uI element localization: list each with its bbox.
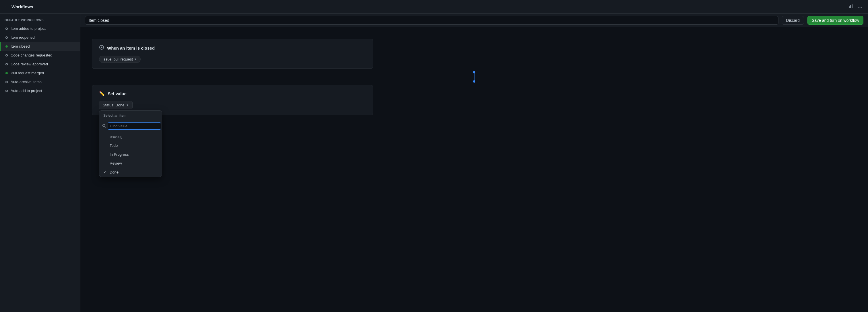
- more-options-button[interactable]: [857, 3, 863, 11]
- sidebar-label-code-review: Code review approved: [11, 62, 48, 66]
- dropdown-search-row: [99, 120, 162, 132]
- sidebar-dot-item-reopened: [5, 36, 8, 39]
- sidebar-item-auto-add[interactable]: Auto-add to project: [0, 86, 80, 95]
- trigger-badge-chevron: ▼: [134, 58, 137, 61]
- dropdown-item-backlog[interactable]: backlog: [99, 132, 162, 141]
- sidebar-label-item-reopened: Item reopened: [11, 35, 35, 40]
- chart-icon-button[interactable]: [847, 3, 854, 11]
- trigger-node-title: When an item is closed: [107, 45, 155, 50]
- sidebar-dot-auto-archive: [5, 81, 8, 83]
- sidebar-dot-auto-add: [5, 90, 8, 92]
- dropdown-item-review[interactable]: Review: [99, 159, 162, 168]
- sidebar-section-label: Default workflows: [0, 19, 80, 24]
- action-node-title: Set value: [107, 91, 127, 96]
- trigger-badge[interactable]: issue, pull request ▼: [99, 56, 141, 63]
- action-node-header: ✏️ Set value: [99, 91, 366, 96]
- sidebar-item-code-changes[interactable]: Code changes requested: [0, 51, 80, 60]
- svg-rect-2: [851, 4, 852, 8]
- sidebar-label-pull-request: Pull request merged: [11, 71, 44, 75]
- save-button[interactable]: Save and turn on workflow: [807, 16, 863, 25]
- sidebar-dot-code-changes: [5, 54, 8, 57]
- trigger-icon: [99, 45, 104, 51]
- svg-point-5: [861, 7, 862, 8]
- sidebar-item-item-reopened[interactable]: Item reopened: [0, 33, 80, 42]
- trigger-badge-label: issue, pull request: [103, 57, 133, 61]
- check-icon: ✓: [103, 170, 107, 174]
- connector-dot-bottom: [473, 80, 475, 82]
- svg-rect-1: [850, 5, 851, 8]
- search-icon: [102, 124, 106, 129]
- main-layout: Default workflows Item added to projectI…: [0, 14, 868, 312]
- trigger-node: When an item is closed issue, pull reque…: [92, 39, 373, 69]
- top-bar-left: ← Workflows: [5, 4, 845, 9]
- dropdown-item-done[interactable]: ✓Done: [99, 168, 162, 177]
- sidebar-item-pull-request[interactable]: Pull request merged: [0, 69, 80, 77]
- status-btn-chevron: ▼: [126, 104, 129, 107]
- sidebar-label-item-added: Item added to project: [11, 26, 45, 31]
- discard-button[interactable]: Discard: [782, 16, 804, 25]
- dropdown-item-todo[interactable]: Todo: [99, 141, 162, 150]
- status-dropdown-menu: Select an item backlogTodoIn ProgressRev…: [99, 110, 162, 177]
- trigger-node-header: When an item is closed: [99, 45, 366, 51]
- svg-point-4: [860, 7, 861, 8]
- status-btn-label: Status: Done: [103, 103, 124, 107]
- sidebar-dot-item-closed: [5, 45, 8, 47]
- dropdown-item-label: Review: [110, 161, 122, 166]
- svg-rect-0: [849, 6, 849, 8]
- status-button[interactable]: Status: Done ▼: [99, 101, 133, 109]
- workflow-title-input[interactable]: [85, 16, 778, 25]
- connector-line: [474, 71, 474, 82]
- sidebar-dot-pull-request: [5, 72, 8, 74]
- status-dropdown-wrapper: Status: Done ▼ Select an item: [99, 101, 133, 109]
- sidebar-item-item-closed[interactable]: Item closed: [0, 42, 80, 51]
- sidebar-label-code-changes: Code changes requested: [11, 53, 52, 57]
- sidebar-item-code-review[interactable]: Code review approved: [0, 60, 80, 69]
- sidebar-label-auto-archive: Auto-archive items: [11, 80, 42, 84]
- sidebar-dot-code-review: [5, 63, 8, 65]
- action-node: ✏️ Set value Status: Done ▼ Select an it…: [92, 85, 373, 115]
- canvas: When an item is closed issue, pull reque…: [81, 27, 868, 312]
- sidebar-label-auto-add: Auto-add to project: [11, 89, 42, 93]
- svg-line-9: [105, 127, 105, 127]
- connector-dot-top: [473, 71, 475, 73]
- sidebar-dot-item-added: [5, 28, 8, 30]
- back-icon[interactable]: ←: [5, 4, 9, 9]
- sidebar-label-item-closed: Item closed: [11, 44, 30, 48]
- dropdown-item-label: backlog: [110, 135, 123, 139]
- svg-point-3: [858, 7, 859, 8]
- dropdown-item-in-progress[interactable]: In Progress: [99, 150, 162, 159]
- sidebar-item-item-added[interactable]: Item added to project: [0, 24, 80, 33]
- dropdown-header: Select an item: [99, 111, 162, 120]
- dropdown-search-input[interactable]: [107, 123, 161, 130]
- workflow-header: Discard Save and turn on workflow: [81, 14, 868, 27]
- connector: [92, 69, 857, 85]
- dropdown-item-label: Todo: [110, 143, 118, 148]
- top-bar-icons: [847, 3, 863, 11]
- dropdown-item-label: Done: [110, 170, 119, 174]
- top-bar: ← Workflows: [0, 0, 868, 14]
- sidebar: Default workflows Item added to projectI…: [0, 14, 81, 312]
- sidebar-item-auto-archive[interactable]: Auto-archive items: [0, 77, 80, 86]
- svg-point-7: [101, 47, 102, 48]
- app-title: Workflows: [11, 4, 33, 9]
- action-icon: ✏️: [99, 91, 105, 96]
- dropdown-item-label: In Progress: [110, 152, 129, 157]
- content-area: Discard Save and turn on workflow When a…: [81, 14, 868, 312]
- svg-point-8: [103, 124, 105, 127]
